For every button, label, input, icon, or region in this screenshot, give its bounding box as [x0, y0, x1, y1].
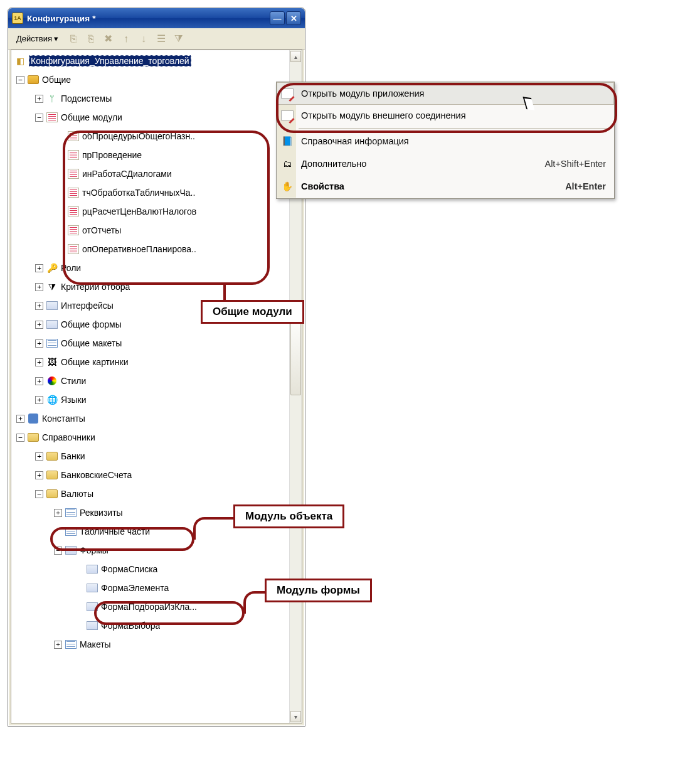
toolbar-down-icon[interactable]: ↓ [137, 32, 151, 46]
tree-criteria[interactable]: +⧩Критерии отбора [11, 277, 289, 296]
expand-icon[interactable]: + [35, 471, 43, 479]
config-window: 1A Конфигурация * — ✕ Действия ▾ ⎘ ⎘ ✖ ↑… [8, 8, 305, 727]
table-icon [65, 526, 77, 537]
close-button[interactable]: ✕ [286, 11, 301, 25]
tree-form-item[interactable]: ФормаВыбора [11, 616, 289, 635]
package-icon [27, 74, 40, 85]
tree-module-item[interactable]: отОтчеты [11, 221, 289, 240]
expand-icon[interactable]: + [35, 302, 43, 310]
tree-root[interactable]: ◧Конфигурация_Управление_торговлей [11, 51, 289, 70]
collapse-icon[interactable]: − [16, 76, 24, 84]
expand-icon[interactable]: + [35, 321, 43, 329]
tree-catalogs[interactable]: −Справочники [11, 428, 289, 447]
separator [299, 128, 611, 129]
callout-common-modules-label: Общие модули [201, 300, 304, 324]
ctx-additional[interactable]: 🗂 Дополнительно Alt+Shift+Enter [277, 152, 613, 175]
style-icon [46, 375, 58, 387]
module-icon [67, 243, 80, 255]
folder-icon [46, 488, 58, 499]
tree-bank-accounts[interactable]: +БанковскиеСчета [11, 466, 289, 484]
tree-constants[interactable]: +Константы [11, 409, 289, 428]
scroll-down-button[interactable]: ▾ [290, 711, 301, 722]
tree-roles[interactable]: +🔑Роли [11, 259, 289, 277]
tree-languages[interactable]: +🌐Языки [11, 390, 289, 409]
collapse-icon[interactable]: − [35, 490, 43, 498]
expand-icon[interactable]: + [35, 358, 43, 366]
tree-module-item[interactable]: опОперативноеПланирова.. [11, 240, 289, 259]
app-icon: 1A [12, 13, 23, 24]
scroll-up-button[interactable]: ▴ [290, 51, 301, 62]
module-icon [67, 225, 80, 236]
module-icon [67, 131, 80, 142]
connector [223, 282, 226, 301]
tree-currencies[interactable]: −Валюты [11, 484, 289, 503]
expand-icon[interactable]: + [35, 377, 43, 385]
tree-module-item[interactable]: обПроцедурыОбщегоНазн.. [11, 127, 289, 146]
tree-forms[interactable]: −Формы [11, 541, 289, 560]
tree-common-templates[interactable]: +Общие макеты [11, 334, 289, 353]
expand-icon[interactable]: + [35, 452, 43, 461]
tree-styles[interactable]: +Стили [11, 371, 289, 390]
scroll-thumb[interactable] [290, 320, 301, 395]
ctx-properties[interactable]: ✋ Свойства Alt+Enter [277, 175, 613, 198]
filter-icon: ⧩ [46, 281, 58, 292]
tree-panel: ◧Конфигурация_Управление_торговлей −Общи… [11, 50, 302, 723]
key-icon: 🔑 [46, 262, 58, 274]
expand-icon[interactable]: + [54, 641, 62, 649]
template-icon [46, 338, 58, 349]
form-icon [86, 620, 98, 631]
collapse-icon[interactable]: − [54, 547, 62, 555]
window-title: Конфигурация * [27, 14, 270, 23]
interface-icon [46, 300, 58, 311]
toolbar: Действия ▾ ⎘ ⎘ ✖ ↑ ↓ ☰ ⧩ [8, 28, 305, 50]
expand-icon[interactable]: + [35, 283, 43, 291]
edit-icon [280, 87, 294, 100]
ctx-help[interactable]: 📘 Справочная информация [277, 130, 613, 152]
tree-module-item[interactable]: тчОбработкаТабличныхЧа.. [11, 183, 289, 202]
catalog-icon [27, 432, 40, 443]
book-icon: 📘 [280, 134, 294, 148]
minimize-button[interactable]: — [270, 11, 285, 25]
hierarchy-icon: ᛘ [46, 93, 58, 104]
list-icon [65, 507, 77, 518]
ctx-open-app-module[interactable]: Открыть модуль приложения [277, 82, 614, 105]
form-icon [46, 319, 58, 330]
connector [243, 591, 266, 614]
expand-icon[interactable]: + [16, 415, 24, 423]
tree-common-pictures[interactable]: +🖼Общие картинки [11, 353, 289, 371]
template-icon [65, 639, 77, 650]
tree-banks[interactable]: +Банки [11, 447, 289, 466]
expand-icon[interactable]: + [35, 339, 43, 348]
tree-layouts[interactable]: +Макеты [11, 635, 289, 654]
toolbar-icon-1[interactable]: ⎘ [66, 32, 80, 46]
edit-icon [280, 109, 294, 122]
tree-common[interactable]: −Общие [11, 70, 289, 89]
tree-common-modules[interactable]: −Общие модули [11, 108, 289, 127]
toolbar-up-icon[interactable]: ↑ [119, 32, 133, 46]
module-icon [67, 149, 80, 161]
collapse-icon[interactable]: − [35, 114, 43, 122]
actions-menu-button[interactable]: Действия ▾ [12, 32, 63, 45]
connector [193, 517, 235, 540]
toolbar-filter-icon[interactable]: ⧩ [172, 32, 186, 46]
context-menu: Открыть модуль приложения Открыть модуль… [276, 82, 615, 199]
module-group-icon [46, 112, 58, 123]
tree-module-item[interactable]: рцРасчетЦенВалютНалогов [11, 202, 289, 221]
ctx-open-ext-module[interactable]: Открыть модуль внешнего соединения [277, 104, 613, 127]
tree-subsystems[interactable]: +ᛘПодсистемы [11, 89, 289, 108]
language-icon: 🌐 [46, 394, 58, 405]
tree-module-item[interactable]: инРаботаСДиалогами [11, 164, 289, 183]
expand-icon[interactable]: + [35, 95, 43, 103]
chevron-down-icon: ▾ [54, 34, 58, 43]
toolbar-icon-3[interactable]: ✖ [102, 32, 115, 46]
tree-form-item[interactable]: ФормаСписка [11, 560, 289, 579]
config-tree[interactable]: ◧Конфигурация_Управление_торговлей −Общи… [11, 50, 289, 723]
toolbar-icon-2[interactable]: ⎘ [84, 32, 98, 46]
expand-icon[interactable]: + [35, 396, 43, 404]
expand-icon[interactable]: + [35, 264, 43, 272]
toolbar-icon-6[interactable]: ☰ [154, 32, 168, 46]
tree-module-item[interactable]: прПроведение [11, 146, 289, 164]
callout-form-module-label: Модуль формы [265, 579, 372, 602]
expand-icon[interactable]: + [54, 509, 62, 517]
collapse-icon[interactable]: − [16, 434, 24, 442]
